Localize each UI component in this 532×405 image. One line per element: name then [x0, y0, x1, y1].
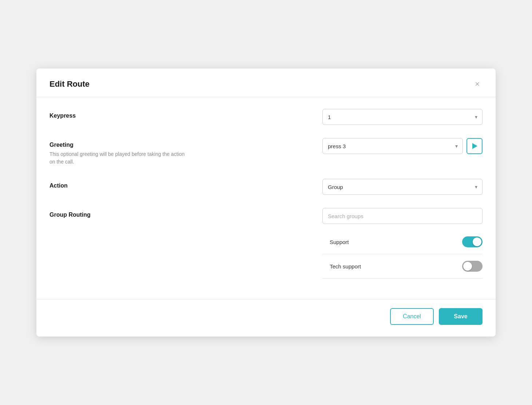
group-routing-row: Group Routing Support — [49, 208, 483, 279]
greeting-control: press 3 press 1 press 2 ▾ — [322, 138, 483, 154]
modal-container: Edit Route × Keypress 1 2 3 4 5 6 7 — [36, 68, 496, 337]
action-control: Group Extension Voicemail Hang up ▾ — [322, 179, 483, 195]
greeting-description: This optional greeting will be played be… — [49, 150, 188, 166]
group-list: Support Tech support — [322, 230, 483, 279]
toggle-support[interactable] — [462, 236, 483, 247]
group-name-support: Support — [322, 239, 349, 245]
group-item-support: Support — [322, 230, 483, 254]
action-select[interactable]: Group Extension Voicemail Hang up — [322, 179, 483, 195]
action-select-wrapper: Group Extension Voicemail Hang up ▾ — [322, 179, 483, 195]
save-button[interactable]: Save — [439, 308, 483, 325]
action-label: Action — [49, 182, 188, 189]
modal-body: Keypress 1 2 3 4 5 6 7 8 9 0 — [36, 97, 496, 290]
keypress-control: 1 2 3 4 5 6 7 8 9 0 ▾ — [322, 109, 483, 125]
group-routing-right: Support Tech support — [322, 208, 483, 279]
toggle-support-track — [462, 236, 483, 247]
greeting-play-button[interactable] — [467, 138, 483, 154]
modal-footer: Cancel Save — [36, 299, 496, 337]
greeting-row: Greeting This optional greeting will be … — [49, 138, 483, 166]
keypress-select-wrapper: 1 2 3 4 5 6 7 8 9 0 ▾ — [322, 109, 483, 125]
keypress-label: Keypress — [49, 113, 188, 119]
modal-header: Edit Route × — [36, 68, 496, 97]
keypress-label-container: Keypress — [49, 109, 188, 121]
search-groups-input[interactable] — [322, 208, 483, 224]
group-name-tech-support: Tech support — [322, 263, 361, 270]
greeting-input-group: press 3 press 1 press 2 ▾ — [322, 138, 483, 154]
keypress-row: Keypress 1 2 3 4 5 6 7 8 9 0 — [49, 109, 483, 125]
toggle-tech-support-track — [462, 261, 483, 272]
toggle-tech-support-thumb — [463, 262, 472, 271]
toggle-tech-support[interactable] — [462, 261, 483, 272]
keypress-select[interactable]: 1 2 3 4 5 6 7 8 9 0 — [322, 109, 483, 125]
group-item-tech-support: Tech support — [322, 254, 483, 279]
group-routing-label: Group Routing — [49, 212, 188, 218]
modal-title: Edit Route — [49, 79, 90, 89]
action-label-container: Action — [49, 179, 188, 191]
toggle-support-thumb — [473, 237, 481, 246]
greeting-select-wrapper: press 3 press 1 press 2 ▾ — [322, 138, 463, 154]
play-icon — [472, 143, 477, 149]
greeting-label-container: Greeting This optional greeting will be … — [49, 138, 188, 166]
close-button[interactable]: × — [472, 79, 483, 90]
group-routing-label-container: Group Routing — [49, 208, 188, 218]
cancel-button[interactable]: Cancel — [390, 308, 434, 325]
action-row: Action Group Extension Voicemail Hang up… — [49, 179, 483, 195]
greeting-select[interactable]: press 3 press 1 press 2 — [322, 138, 463, 154]
greeting-label: Greeting — [49, 142, 188, 148]
